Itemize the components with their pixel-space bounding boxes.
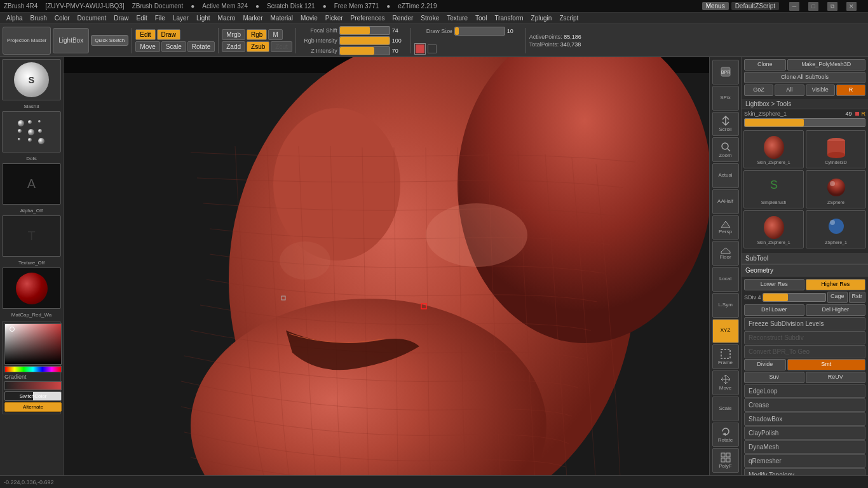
canvas-area[interactable] (64, 57, 709, 475)
clone-all-button[interactable]: Clone All SubTools (744, 72, 865, 83)
bpr-button[interactable]: BPR (712, 60, 739, 85)
cage-button[interactable]: Cage (827, 292, 848, 303)
color-fg[interactable] (414, 43, 426, 55)
focal-shift-slider[interactable] (339, 26, 390, 35)
simplebrush-thumb[interactable]: S SimpleBrush (743, 170, 804, 208)
persp-button[interactable]: Persp (712, 215, 739, 240)
color-picker[interactable]: Gradient SwitchColor Alternate (2, 321, 61, 414)
polyf-button[interactable]: PolyF (712, 448, 739, 473)
menu-picker[interactable]: Picker (322, 15, 347, 22)
menu-movie[interactable]: Movie (297, 15, 322, 22)
m-button[interactable]: M (268, 29, 282, 40)
dynamesh-button[interactable]: DynaMesh (744, 440, 865, 454)
alpha-thumbnail[interactable]: A (2, 163, 61, 205)
switch-color-button[interactable]: SwitchColor (4, 391, 62, 401)
texture-thumbnail[interactable]: T (2, 215, 61, 257)
maximize-icon[interactable]: □ (808, 2, 818, 11)
modify-topology-button[interactable]: Modify Topology (744, 468, 865, 475)
goz-button[interactable]: GoZ (744, 85, 773, 96)
zcut-button[interactable]: Zcut (271, 41, 292, 52)
close-icon[interactable]: ✕ (846, 2, 857, 11)
rgb-intensity-slider[interactable] (339, 36, 390, 45)
menus-button[interactable]: Menus (702, 2, 729, 10)
lower-res-button[interactable]: Lower Res (744, 279, 804, 290)
frame-button[interactable]: Frame (712, 344, 739, 369)
move-rt-button[interactable]: Move (712, 370, 739, 395)
quicksketch-button[interactable]: Quick Sketch (91, 35, 128, 46)
menu-transform[interactable]: Transform (491, 15, 527, 22)
local-button[interactable]: Local (712, 267, 739, 292)
scroll-button[interactable]: Scroll (712, 112, 739, 137)
freeze-subdiv-button[interactable]: Freeze SubDivision Levels (744, 317, 865, 330)
menu-stroke[interactable]: Stroke (417, 15, 443, 22)
scale-rt-button[interactable]: Scale (712, 396, 739, 421)
zsphere-thumb[interactable]: ZSphere (806, 170, 866, 208)
suv-button[interactable]: Suv (744, 372, 804, 383)
menu-zplugin[interactable]: Zplugin (527, 15, 556, 22)
projection-master-button[interactable]: Projection Master (3, 27, 51, 55)
zsub-button[interactable]: Zsub (247, 41, 269, 52)
minimize-icon[interactable]: ─ (789, 2, 799, 11)
rgb-button[interactable]: Rgb (247, 29, 267, 40)
r-visible-button[interactable]: R (836, 85, 865, 96)
lsym-button[interactable]: L.Sym (712, 293, 739, 318)
menu-tool[interactable]: Tool (471, 15, 491, 22)
color-gradient[interactable] (4, 323, 62, 365)
menu-preferences[interactable]: Preferences (347, 15, 389, 22)
del-lower-button[interactable]: Del Lower (744, 304, 804, 316)
menu-document[interactable]: Document (74, 15, 111, 22)
scale-button[interactable]: Scale (161, 41, 186, 52)
draw-size-slider[interactable] (454, 27, 505, 36)
move-button[interactable]: Move (135, 41, 159, 52)
material-thumbnail[interactable] (2, 268, 61, 309)
skin-zsphere1b-thumb[interactable]: Skin_ZSphere_1 (743, 210, 804, 248)
qremesher-button[interactable]: qRemesher (744, 454, 865, 468)
hue-slider[interactable] (4, 366, 62, 372)
rstr-button[interactable]: Rstr (849, 292, 866, 303)
menu-render[interactable]: Render (389, 15, 417, 22)
divide-button[interactable]: Divide (744, 359, 786, 370)
menu-macro[interactable]: Macro (214, 15, 240, 22)
skin-zsphere-slider[interactable] (744, 118, 865, 127)
crease-button[interactable]: Crease (744, 398, 865, 412)
menu-light[interactable]: Light (193, 15, 214, 22)
color-bg[interactable] (428, 44, 437, 53)
restore-icon[interactable]: ⧉ (827, 2, 837, 11)
menu-marker[interactable]: Marker (239, 15, 266, 22)
stroke-thumbnail[interactable] (2, 111, 61, 152)
edgeloop-button[interactable]: EdgeLoop (744, 384, 865, 398)
z-intensity-slider[interactable] (339, 46, 390, 55)
rotate-button[interactable]: Rotate (187, 41, 215, 52)
xyz-button[interactable]: XYZ (712, 319, 739, 344)
cylinder3d-thumb[interactable]: Cylinder3D (806, 130, 866, 168)
claypolish-button[interactable]: ClayPolish (744, 426, 865, 440)
draw-button[interactable]: Draw (157, 29, 180, 40)
defaultz-button[interactable]: DefaultZScript (731, 2, 779, 10)
menu-brush[interactable]: Brush (27, 15, 51, 22)
menu-material[interactable]: Material (267, 15, 297, 22)
mrgb-button[interactable]: Mrgb (222, 29, 245, 40)
gradient-track[interactable] (4, 381, 62, 390)
reconstruct-subdiv-button[interactable]: Reconstruct Subdiv (744, 331, 865, 344)
floor-button[interactable]: Floor (712, 241, 739, 266)
shadowbox-button[interactable]: ShadowBox (744, 412, 865, 426)
menu-color[interactable]: Color (51, 15, 74, 22)
aahalf-button[interactable]: AAHalf (712, 189, 739, 214)
geometry-header[interactable]: Geometry (742, 265, 868, 276)
zsphere1-thumb[interactable]: ZSphere_1 (806, 210, 866, 248)
subtool-header[interactable]: SubTool (742, 253, 868, 264)
alternate-button[interactable]: Alternate (4, 402, 62, 412)
rotate-rt-button[interactable]: Rotate (712, 423, 739, 447)
visible-button[interactable]: Visible (806, 85, 835, 96)
convert-bpr-button[interactable]: Convert BPR_To Geo (744, 345, 865, 358)
del-higher-button[interactable]: Del Higher (806, 304, 866, 316)
reuv-button[interactable]: ReUV (806, 372, 866, 383)
menu-edit[interactable]: Edit (133, 15, 151, 22)
menu-file[interactable]: File (151, 15, 169, 22)
spix-button[interactable]: SPix (712, 86, 739, 111)
zadd-button[interactable]: Zadd (222, 41, 245, 52)
actual-button[interactable]: Actual (712, 163, 739, 188)
make-polymesh-button[interactable]: Make_PolyMesh3D (787, 59, 865, 71)
menu-draw[interactable]: Draw (110, 15, 132, 22)
brush-thumbnail[interactable]: S (2, 59, 61, 100)
